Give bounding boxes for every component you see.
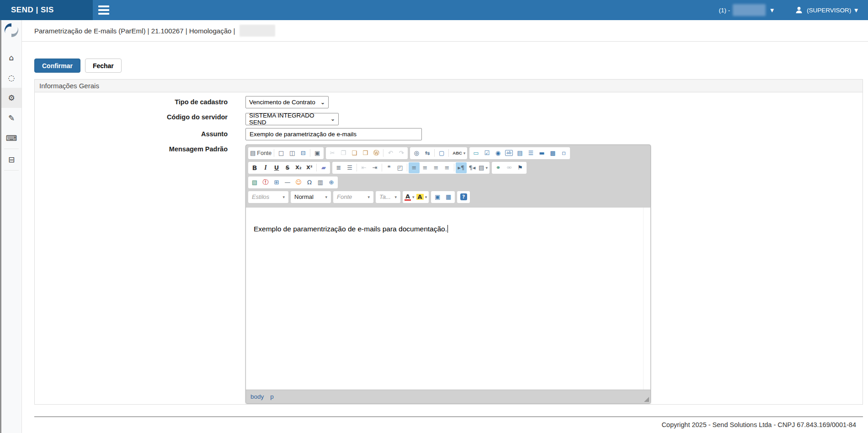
unlink-button[interactable]: ⚮ xyxy=(504,162,515,173)
cut-button[interactable]: ✂ xyxy=(327,148,338,159)
breadcrumb: Parametrização de E-mails (ParEml) | 21.… xyxy=(34,27,235,35)
remove-format-button[interactable]: ▰ xyxy=(318,162,329,173)
tipo-de-cadastro-select[interactable]: Vencimento de Contrato ⌄ xyxy=(245,96,329,108)
align-center-button[interactable]: ≡ xyxy=(420,162,431,173)
subscript-button[interactable]: X₂ xyxy=(293,162,304,173)
text-field-button[interactable]: ab xyxy=(503,148,514,159)
language-button[interactable]: ▤▾ xyxy=(478,162,489,173)
styles-combo-button[interactable]: Estilos▾ xyxy=(249,192,288,203)
toolbar-group: ▭☑◉ab▤☰▬▩▫ xyxy=(469,147,570,159)
special-character-button[interactable]: Ω xyxy=(304,177,315,188)
numbered-list-button[interactable]: ≣ xyxy=(333,162,344,173)
image-button-button[interactable]: ▩ xyxy=(547,148,558,159)
increase-indent-button[interactable]: ⇥ xyxy=(369,162,380,173)
paste-plain-text-button[interactable]: ❒ xyxy=(360,148,371,159)
copy-icon: ❐ xyxy=(341,150,346,156)
sidebar-item-home[interactable]: ⌂ xyxy=(1,48,21,68)
preview-button[interactable]: ◫ xyxy=(287,148,298,159)
iframe-button[interactable]: ⊕ xyxy=(326,177,337,188)
form-button[interactable]: ▭ xyxy=(470,148,481,159)
sidebar-item-loading[interactable]: ◌ xyxy=(1,68,21,88)
assunto-input[interactable] xyxy=(245,128,422,140)
div-container-icon: ◰ xyxy=(397,165,403,171)
select-all-button[interactable]: ▢ xyxy=(436,148,447,159)
image-button[interactable]: ▧ xyxy=(249,177,260,188)
selected-value: Vencimento de Contrato xyxy=(249,99,315,106)
link-button[interactable]: ⚭ xyxy=(493,162,504,173)
replace-button[interactable]: ⇆ xyxy=(422,148,433,159)
italic-icon: I xyxy=(264,165,266,171)
spell-check-button[interactable]: ABC▾ xyxy=(450,148,466,159)
bulleted-list-button[interactable]: ☰ xyxy=(344,162,355,173)
format-combo-button[interactable]: Normal▾ xyxy=(292,192,330,203)
sidebar-item-edit-registration[interactable]: ✎ xyxy=(1,108,21,128)
horizontal-rule-button[interactable]: — xyxy=(282,177,293,188)
size-combo-button[interactable]: Ta...▾ xyxy=(377,192,399,203)
underline-button[interactable]: U xyxy=(271,162,282,173)
paste-from-word-button[interactable]: Ⓦ xyxy=(371,148,382,159)
button-field-button[interactable]: ▬ xyxy=(536,148,547,159)
selection-field-button[interactable]: ☰ xyxy=(525,148,536,159)
hidden-field-button[interactable]: ▫ xyxy=(558,148,569,159)
align-left-button[interactable]: ≡ xyxy=(409,162,420,173)
path-p[interactable]: p xyxy=(270,393,274,400)
text-direction-ltr-button[interactable]: ▸¶ xyxy=(456,162,467,173)
decrease-indent-button[interactable]: ⇤ xyxy=(358,162,369,173)
flash-button[interactable]: ⓕ xyxy=(260,177,271,188)
editor-content[interactable]: Exemplo de paramentrização de e-mails pa… xyxy=(246,208,650,234)
align-right-button[interactable]: ≡ xyxy=(431,162,442,173)
anchor-button[interactable]: ⚑ xyxy=(515,162,526,173)
path-body[interactable]: body xyxy=(250,393,264,400)
user-menu[interactable]: (SUPERVISOR) ▼ xyxy=(795,6,859,14)
field-label-mensagem-padrao: Mensagem Padrão xyxy=(35,143,228,404)
checkbox-icon: ☑ xyxy=(485,150,490,156)
source-button[interactable]: ▤Fonte xyxy=(249,148,272,159)
context-dropdown[interactable]: (1) - ▼ xyxy=(719,4,775,16)
sidebar-item-terminal[interactable]: ⌨ xyxy=(1,128,21,148)
text-color-button[interactable]: A▾ xyxy=(404,192,415,203)
toolbar-separator xyxy=(434,149,435,157)
textarea-icon: ▤ xyxy=(517,150,522,156)
page-break-button[interactable]: ▥ xyxy=(315,177,326,188)
panel-body: Tipo de cadastro Vencimento de Contrato … xyxy=(34,92,863,405)
find-button[interactable]: ◎ xyxy=(411,148,422,159)
bold-button[interactable]: B xyxy=(249,162,260,173)
field-label-tipo-de-cadastro: Tipo de cadastro xyxy=(35,96,228,108)
div-container-button[interactable]: ◰ xyxy=(394,162,405,173)
smiley-button[interactable]: ☺ xyxy=(293,177,304,188)
font-combo-button[interactable]: Fonte▾ xyxy=(334,192,373,203)
new-page-button[interactable]: □ xyxy=(276,148,287,159)
table-button[interactable]: ⊞ xyxy=(271,177,282,188)
blockquote-button[interactable]: ❝ xyxy=(383,162,394,173)
textarea-button[interactable]: ▤ xyxy=(514,148,525,159)
sidebar-item-print[interactable]: ⊟ xyxy=(1,150,21,170)
copy-button[interactable]: ❐ xyxy=(338,148,349,159)
strikethrough-button[interactable]: S xyxy=(282,162,293,173)
text-direction-rtl-button[interactable]: ¶◂ xyxy=(467,162,478,173)
redo-button[interactable]: ↷ xyxy=(396,148,407,159)
confirm-button[interactable]: Confirmar xyxy=(34,59,80,73)
radio-button-button[interactable]: ◉ xyxy=(492,148,503,159)
templates-button[interactable]: ▣ xyxy=(312,148,323,159)
paste-button[interactable]: ❑ xyxy=(349,148,360,159)
undo-button[interactable]: ↶ xyxy=(385,148,396,159)
align-justify-button[interactable]: ≡ xyxy=(442,162,453,173)
italic-button[interactable]: I xyxy=(260,162,271,173)
app-logo-icon[interactable] xyxy=(4,23,19,37)
link-icon: ⚭ xyxy=(496,165,501,171)
print-button[interactable]: ⊟ xyxy=(298,148,309,159)
background-color-button[interactable]: A▾ xyxy=(415,192,428,203)
checkbox-button[interactable]: ☑ xyxy=(481,148,492,159)
hamburger-menu-button[interactable] xyxy=(98,5,110,15)
superscript-button[interactable]: X² xyxy=(304,162,315,173)
resize-grip[interactable] xyxy=(644,397,649,402)
maximize-button[interactable]: ▣ xyxy=(432,192,443,203)
brand-logo[interactable]: SEND | SIS xyxy=(0,0,93,20)
flash-icon: ⓕ xyxy=(263,179,269,185)
show-blocks-button[interactable]: ▦ xyxy=(443,192,454,203)
print-icon: ⊟ xyxy=(301,150,306,156)
codigo-do-servidor-select[interactable]: SISTEMA INTEGRADO SEND ⌄ xyxy=(245,113,339,125)
close-button[interactable]: Fechar xyxy=(85,59,122,73)
sidebar-item-settings[interactable]: ⚙ xyxy=(1,88,21,108)
about-button[interactable]: ? xyxy=(458,192,469,203)
